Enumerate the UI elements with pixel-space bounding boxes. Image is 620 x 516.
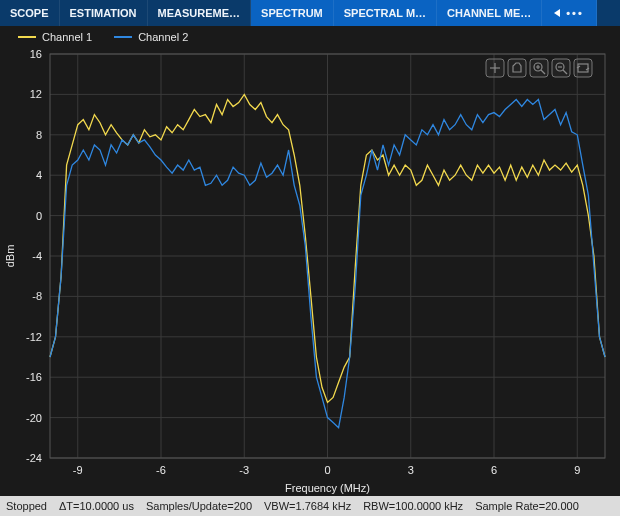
status-dt: ΔT=10.0000 us xyxy=(59,500,134,512)
svg-rect-43 xyxy=(552,59,570,77)
legend-label-1: Channel 1 xyxy=(42,31,92,43)
chart-area: -9-6-30369-24-20-16-12-8-40481216Frequen… xyxy=(0,48,620,496)
tab-measurements[interactable]: MEASUREME… xyxy=(148,0,252,26)
legend-label-2: Channel 2 xyxy=(138,31,188,43)
tab-spectrum[interactable]: SPECTRUM xyxy=(251,0,334,26)
svg-text:-20: -20 xyxy=(26,412,42,424)
home-icon[interactable] xyxy=(574,59,592,77)
svg-text:-3: -3 xyxy=(239,464,249,476)
status-sr: Sample Rate=20.000 xyxy=(475,500,579,512)
svg-text:12: 12 xyxy=(30,88,42,100)
status-bar: Stopped ΔT=10.0000 us Samples/Update=200… xyxy=(0,496,620,516)
pan-icon[interactable] xyxy=(508,59,526,77)
more-dots-icon: ••• xyxy=(566,7,584,19)
svg-text:0: 0 xyxy=(324,464,330,476)
svg-text:0: 0 xyxy=(36,210,42,222)
svg-rect-45 xyxy=(574,59,592,77)
svg-text:-16: -16 xyxy=(26,371,42,383)
svg-text:-6: -6 xyxy=(156,464,166,476)
svg-text:16: 16 xyxy=(30,48,42,60)
crosshair-icon[interactable] xyxy=(486,59,504,77)
svg-text:Frequency (MHz): Frequency (MHz) xyxy=(285,482,370,494)
legend-swatch-1 xyxy=(18,36,36,38)
tab-spectral-measurements[interactable]: SPECTRAL M… xyxy=(334,0,437,26)
zoom-in-icon[interactable] xyxy=(530,59,548,77)
legend-channel-2[interactable]: Channel 2 xyxy=(114,31,188,43)
legend-bar: Channel 1 Channel 2 xyxy=(0,26,620,48)
svg-text:-12: -12 xyxy=(26,331,42,343)
tab-scope[interactable]: SCOPE xyxy=(0,0,60,26)
svg-rect-40 xyxy=(508,59,526,77)
tab-estimation[interactable]: ESTIMATION xyxy=(60,0,148,26)
svg-text:dBm: dBm xyxy=(4,245,16,268)
chevron-left-icon xyxy=(554,9,560,17)
status-state: Stopped xyxy=(6,500,47,512)
svg-text:6: 6 xyxy=(491,464,497,476)
svg-text:-9: -9 xyxy=(73,464,83,476)
tab-overflow[interactable]: ••• xyxy=(542,0,597,26)
spectrum-chart[interactable]: -9-6-30369-24-20-16-12-8-40481216Frequen… xyxy=(0,48,620,496)
zoom-out-icon[interactable] xyxy=(552,59,570,77)
svg-text:-8: -8 xyxy=(32,290,42,302)
svg-text:4: 4 xyxy=(36,169,42,181)
svg-text:-4: -4 xyxy=(32,250,42,262)
svg-text:8: 8 xyxy=(36,129,42,141)
legend-channel-1[interactable]: Channel 1 xyxy=(18,31,92,43)
svg-text:9: 9 xyxy=(574,464,580,476)
svg-text:-24: -24 xyxy=(26,452,42,464)
tab-channel-measurements[interactable]: CHANNEL ME… xyxy=(437,0,542,26)
svg-rect-41 xyxy=(530,59,548,77)
svg-text:3: 3 xyxy=(408,464,414,476)
legend-swatch-2 xyxy=(114,36,132,38)
tab-bar: SCOPE ESTIMATION MEASUREME… SPECTRUM SPE… xyxy=(0,0,620,26)
status-spu: Samples/Update=200 xyxy=(146,500,252,512)
status-rbw: RBW=100.0000 kHz xyxy=(363,500,463,512)
status-vbw: VBW=1.7684 kHz xyxy=(264,500,351,512)
